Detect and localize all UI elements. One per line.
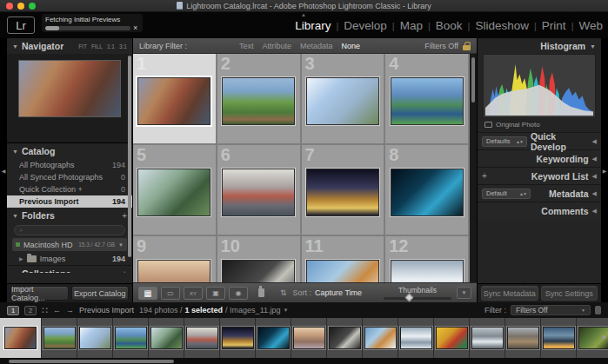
import-catalog-button[interactable]: Import Catalog...: [10, 286, 69, 301]
zoom-fit[interactable]: FIT: [78, 43, 87, 50]
filmstrip-thumb[interactable]: [327, 318, 363, 358]
expand-keywording-icon[interactable]: [592, 156, 597, 162]
grid-cell[interactable]: 1: [133, 54, 217, 145]
thumb-photo[interactable]: [293, 327, 325, 349]
photo-thumbnail[interactable]: [306, 77, 379, 125]
filmstrip-filter-dropdown[interactable]: Filters Off: [511, 305, 591, 315]
filmstrip-thumb[interactable]: [113, 318, 149, 358]
folder-item-images[interactable]: Images 194: [7, 252, 132, 265]
volume-row[interactable]: Macintosh HD 15.3 / 42.7 GB: [12, 238, 127, 251]
thumb-photo[interactable]: [186, 327, 218, 349]
thumb-photo[interactable]: [79, 327, 111, 349]
navigator-header[interactable]: Navigator FIT FILL 1:1 3:1: [7, 38, 132, 54]
expand-quick-develop-icon[interactable]: [592, 138, 597, 145]
thumb-photo[interactable]: [329, 327, 361, 349]
grid-cell[interactable]: 12: [385, 236, 470, 282]
histogram-panel[interactable]: [483, 54, 596, 118]
filmstrip-thumb[interactable]: [0, 318, 42, 358]
photo-thumbnail[interactable]: [391, 169, 464, 216]
sort-criteria-dropdown[interactable]: Capture Time: [315, 288, 362, 297]
filmstrip-thumb[interactable]: [220, 318, 256, 358]
photo-thumbnail[interactable]: [222, 260, 295, 282]
keyword-list-section[interactable]: + Keyword List: [478, 167, 601, 184]
histogram-header[interactable]: Histogram: [478, 38, 601, 54]
loupe-view-button[interactable]: [161, 287, 180, 300]
grid-cell[interactable]: 9: [133, 236, 217, 282]
grid-cell[interactable]: 10: [217, 236, 302, 282]
thumb-photo[interactable]: [400, 327, 432, 349]
quick-develop-title[interactable]: Quick Develop: [531, 131, 589, 152]
navigator-preview-image[interactable]: [18, 60, 121, 117]
thumb-photo[interactable]: [115, 327, 147, 349]
grid-scrollbar[interactable]: [470, 54, 477, 282]
filter-text-button[interactable]: Text: [239, 42, 254, 50]
photo-thumbnail[interactable]: [137, 260, 210, 282]
catalog-item-all-photographs[interactable]: All Photographs 194: [7, 159, 132, 171]
expand-keyword-list-icon[interactable]: [592, 173, 597, 180]
thumb-photo[interactable]: [222, 327, 254, 349]
filmstrip-thumb[interactable]: [363, 318, 398, 358]
folders-header[interactable]: Folders +: [7, 208, 132, 223]
collapse-folders-icon[interactable]: [12, 213, 18, 219]
thumb-photo[interactable]: [543, 327, 575, 349]
thumb-photo[interactable]: [436, 327, 468, 349]
photo-thumbnail[interactable]: [306, 169, 379, 216]
filmstrip-thumb[interactable]: [149, 318, 184, 358]
module-book[interactable]: Book: [436, 19, 463, 32]
grid-cell[interactable]: 7: [302, 145, 386, 236]
keyword-list-title[interactable]: Keyword List: [531, 171, 589, 182]
grid-cell[interactable]: 8: [385, 145, 470, 236]
photo-thumbnail[interactable]: [222, 77, 295, 125]
folder-expand-icon[interactable]: [19, 255, 23, 261]
sync-metadata-button[interactable]: Sync Metadata: [481, 286, 538, 301]
sync-settings-button[interactable]: Sync Settings: [541, 286, 598, 301]
collapse-navigator-icon[interactable]: [12, 43, 18, 50]
slider-thumb[interactable]: [405, 293, 414, 301]
add-collection-icon[interactable]: +: [122, 269, 127, 274]
module-slideshow[interactable]: Slideshow: [475, 19, 529, 32]
painter-tool-icon[interactable]: [258, 288, 264, 297]
zoom-fill[interactable]: FILL: [91, 43, 103, 50]
grid-cell[interactable]: 11: [302, 236, 386, 282]
add-keyword-icon[interactable]: +: [482, 171, 487, 181]
grid-cell[interactable]: 3: [302, 54, 386, 145]
collapse-left-panel-icon[interactable]: [2, 168, 6, 174]
filmstrip-thumb[interactable]: [256, 318, 291, 358]
filmstrip-source[interactable]: Previous Import: [79, 306, 134, 314]
zoom-3-1[interactable]: 3:1: [119, 43, 127, 50]
keywording-section[interactable]: Keywording: [478, 149, 601, 167]
left-panel-gutter[interactable]: [0, 38, 7, 302]
toolbar-options-dropdown[interactable]: [457, 287, 471, 299]
module-print[interactable]: Print: [542, 19, 566, 32]
grid-cell[interactable]: 6: [217, 145, 302, 236]
zoom-window-button[interactable]: [29, 3, 36, 10]
comments-section[interactable]: Comments: [478, 202, 601, 219]
people-view-button[interactable]: [229, 287, 248, 300]
close-window-button[interactable]: [6, 3, 13, 10]
filter-lock-icon[interactable]: [463, 42, 471, 50]
volume-disclosure-icon[interactable]: [118, 242, 124, 248]
photo-thumbnail[interactable]: [391, 77, 464, 125]
photo-thumbnail[interactable]: [137, 169, 210, 216]
source-menu-icon[interactable]: [283, 308, 288, 313]
expand-metadata-icon[interactable]: [592, 190, 597, 197]
photo-thumbnail[interactable]: [391, 260, 464, 282]
go-back-icon[interactable]: [53, 306, 61, 314]
go-forward-icon[interactable]: [66, 306, 74, 314]
collapse-right-panel-icon[interactable]: [603, 168, 607, 174]
grid-view-button[interactable]: [138, 287, 157, 300]
filmstrip-status[interactable]: 194 photos / 1 selected / Images_11.jpg: [139, 306, 288, 314]
filmstrip-thumb[interactable]: [42, 318, 77, 358]
module-develop[interactable]: Develop: [344, 19, 387, 32]
filmstrip-thumb[interactable]: [398, 318, 434, 358]
folder-search-input[interactable]: [14, 225, 125, 235]
filmstrip-scrollbar[interactable]: [9, 360, 174, 363]
thumb-photo[interactable]: [43, 327, 76, 349]
metadata-title[interactable]: Metadata: [549, 189, 589, 199]
thumb-photo[interactable]: [257, 327, 290, 349]
left-panel-scrollbar[interactable]: [128, 56, 131, 257]
thumb-photo[interactable]: [4, 327, 37, 349]
minimize-window-button[interactable]: [17, 3, 24, 10]
filter-attribute-button[interactable]: Attribute: [263, 42, 292, 50]
grid-cell[interactable]: 4: [385, 54, 470, 145]
